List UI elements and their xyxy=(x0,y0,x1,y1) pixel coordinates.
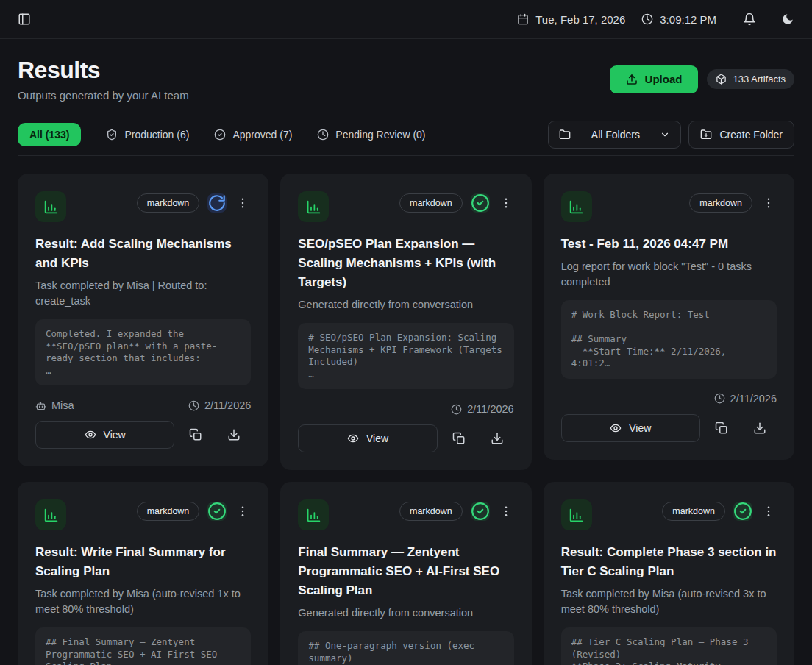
card-date: 2/11/2026 xyxy=(451,403,513,415)
code-preview: Completed. I expanded the **SEO/pSEO pla… xyxy=(35,319,251,385)
status-badge xyxy=(733,502,752,521)
clock-icon xyxy=(317,129,329,141)
date-text: 2/11/2026 xyxy=(204,399,251,411)
card-menu-button[interactable] xyxy=(498,195,514,211)
card-subtitle: Task completed by Misa | Routed to: crea… xyxy=(35,278,251,309)
card-title: Result: Add Scaling Mechanisms and KPIs xyxy=(35,235,251,273)
filter-tab-label: Production (6) xyxy=(124,129,189,141)
notifications-button[interactable] xyxy=(741,11,758,27)
current-date: Tue, Feb 17, 2026 xyxy=(517,13,625,26)
card-title: Final Summary — Zentyent Programmatic SE… xyxy=(298,543,513,600)
dots-vertical-icon xyxy=(499,505,513,518)
format-badge: markdown xyxy=(662,502,725,521)
artifacts-label: 133 Artifacts xyxy=(733,74,786,85)
download-button[interactable] xyxy=(743,414,777,442)
eye-icon xyxy=(347,433,359,444)
filter-tabs: All (133)Production (6)Approved (7)Pendi… xyxy=(18,123,426,146)
result-card: markdown Final Summary — Zentyent Progra… xyxy=(280,482,531,665)
download-button[interactable] xyxy=(480,424,514,452)
clock-icon xyxy=(641,13,653,25)
bar-chart-icon xyxy=(569,199,584,215)
download-icon xyxy=(491,432,504,445)
chevron-down-icon xyxy=(660,129,670,140)
format-badge: markdown xyxy=(399,502,463,521)
dots-vertical-icon xyxy=(499,196,513,210)
card-subtitle: Task completed by Misa (auto-revised 3x … xyxy=(561,586,777,617)
result-card: markdown Result: Complete Phase 3 sectio… xyxy=(544,482,794,665)
dots-vertical-icon xyxy=(762,505,775,518)
dots-vertical-icon xyxy=(236,196,249,210)
filter-row: All (133)Production (6)Approved (7)Pendi… xyxy=(18,121,794,156)
view-button[interactable]: View xyxy=(35,421,174,449)
theme-toggle-button[interactable] xyxy=(780,11,796,27)
view-button[interactable]: View xyxy=(298,424,437,452)
artifact-type-tile xyxy=(561,191,592,222)
upload-button[interactable]: Upload xyxy=(610,65,699,93)
date-text: Tue, Feb 17, 2026 xyxy=(535,13,625,26)
download-button[interactable] xyxy=(217,421,251,449)
card-subtitle: Task completed by Misa (auto-revised 1x … xyxy=(35,586,251,617)
bar-chart-icon xyxy=(43,199,59,215)
filter-tab-label: Approved (7) xyxy=(232,129,292,141)
copy-button[interactable] xyxy=(442,424,476,452)
panel-left-icon xyxy=(18,13,31,26)
copy-icon xyxy=(452,432,466,445)
filter-tab-0[interactable]: All (133) xyxy=(18,123,81,146)
code-preview: ## Final Summary — Zentyent Programmatic… xyxy=(35,627,251,665)
copy-button[interactable] xyxy=(179,421,213,449)
bell-icon xyxy=(743,13,756,26)
bar-chart-icon xyxy=(306,508,321,523)
artifacts-count-chip[interactable]: 133 Artifacts xyxy=(707,69,794,89)
result-card: markdown Result: Add Scaling Mechanisms … xyxy=(18,174,268,466)
artifact-type-tile xyxy=(298,499,329,530)
artifact-type-tile xyxy=(561,499,592,530)
view-label: View xyxy=(629,422,651,434)
clock-icon xyxy=(188,400,199,411)
card-subtitle: Log report for work block "Test" - 0 tas… xyxy=(561,259,777,290)
status-badge xyxy=(471,502,490,521)
format-badge: markdown xyxy=(137,193,200,213)
view-button[interactable]: View xyxy=(561,414,700,442)
page-title: Results xyxy=(18,57,189,84)
format-badge: markdown xyxy=(399,193,463,213)
card-actions: View xyxy=(298,424,513,452)
card-menu-button[interactable] xyxy=(761,503,777,519)
card-subtitle: Generated directly from conversation xyxy=(298,297,513,313)
code-preview: ## Tier C Scaling Plan — Phase 3 (Revise… xyxy=(561,627,777,665)
eye-icon xyxy=(610,422,622,434)
card-menu-button[interactable] xyxy=(761,195,777,211)
filter-tab-3[interactable]: Pending Review (0) xyxy=(317,129,425,141)
clock-icon xyxy=(451,404,462,415)
folders-dropdown[interactable]: All Folders xyxy=(548,121,681,149)
artifact-type-tile xyxy=(35,499,66,530)
filter-tab-label: Pending Review (0) xyxy=(335,129,425,141)
filter-tab-2[interactable]: Approved (7) xyxy=(214,129,292,141)
card-subtitle: Generated directly from conversation xyxy=(298,605,513,621)
current-time: 3:09:12 PM xyxy=(641,13,716,26)
upload-icon xyxy=(626,74,638,85)
code-preview: # Work Block Report: Test ## Summary- **… xyxy=(561,300,777,379)
card-menu-button[interactable] xyxy=(498,503,514,519)
artifact-type-tile xyxy=(35,191,66,222)
circle-check-icon xyxy=(214,129,226,141)
card-date: 2/11/2026 xyxy=(188,399,251,411)
status-badge xyxy=(207,502,227,521)
filter-tab-1[interactable]: Production (6) xyxy=(106,129,189,141)
sidebar-toggle-button[interactable] xyxy=(16,11,32,27)
copy-button[interactable] xyxy=(705,414,738,442)
page-header: Results Outputs generated by your AI tea… xyxy=(18,57,794,102)
dots-vertical-icon xyxy=(236,505,249,518)
card-title: SEO/pSEO Plan Expansion — Scaling Mechan… xyxy=(298,235,513,292)
shield-check-icon xyxy=(106,129,118,141)
bar-chart-icon xyxy=(569,508,584,523)
view-label: View xyxy=(366,433,388,444)
folder-icon xyxy=(559,129,571,141)
status-badge xyxy=(471,193,490,213)
card-menu-button[interactable] xyxy=(235,503,251,519)
create-folder-button[interactable]: Create Folder xyxy=(688,121,794,149)
card-menu-button[interactable] xyxy=(235,195,251,211)
topbar: Tue, Feb 17, 2026 3:09:12 PM xyxy=(0,0,812,39)
folder-plus-icon xyxy=(700,129,712,141)
create-folder-label: Create Folder xyxy=(719,129,783,141)
agent-name: Misa xyxy=(51,399,74,411)
